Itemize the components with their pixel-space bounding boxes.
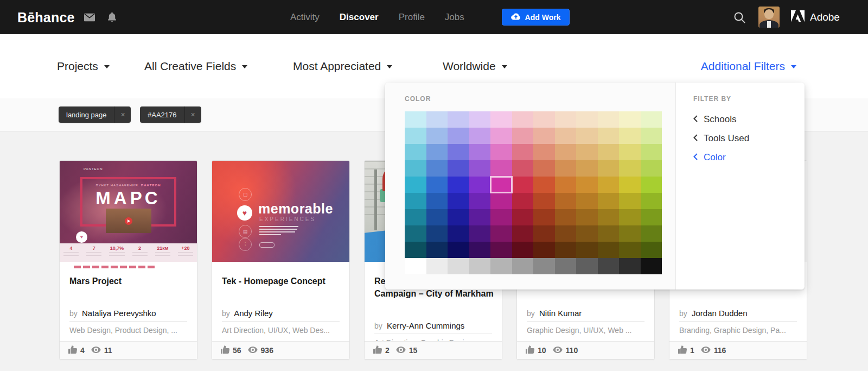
color-swatch[interactable] [490, 111, 512, 128]
color-swatch[interactable] [490, 225, 512, 242]
color-swatch[interactable] [469, 242, 491, 258]
color-swatch[interactable] [512, 193, 534, 209]
color-swatch[interactable] [448, 144, 469, 160]
color-swatch[interactable] [405, 242, 426, 258]
color-swatch[interactable] [641, 242, 662, 258]
grayscale-swatch[interactable] [619, 258, 641, 274]
color-swatch[interactable] [448, 128, 469, 144]
color-swatch[interactable] [576, 209, 598, 225]
dropdown-location[interactable]: Worldwide [443, 60, 507, 73]
grayscale-swatch[interactable] [512, 258, 534, 274]
color-swatch[interactable] [619, 225, 641, 242]
filter-by-schools[interactable]: Schools [693, 114, 736, 125]
color-swatch[interactable] [469, 225, 491, 242]
color-swatch[interactable] [555, 193, 577, 209]
color-swatch[interactable] [533, 225, 555, 242]
nav-discover[interactable]: Discover [340, 12, 379, 23]
color-swatch[interactable] [598, 242, 620, 258]
color-swatch[interactable] [598, 193, 620, 209]
color-swatch[interactable] [448, 177, 469, 193]
color-swatch[interactable] [533, 242, 555, 258]
color-swatch[interactable] [555, 144, 577, 160]
color-swatch[interactable] [533, 209, 555, 225]
color-swatch[interactable] [555, 111, 577, 128]
grayscale-swatch[interactable] [448, 258, 469, 274]
color-swatch[interactable] [533, 177, 555, 193]
color-swatch[interactable] [533, 128, 555, 144]
color-swatch[interactable] [405, 111, 426, 128]
filter-by-color[interactable]: Color [693, 152, 726, 163]
behance-logo[interactable]: Bēhance [17, 9, 75, 25]
color-swatch[interactable] [490, 209, 512, 225]
color-swatch[interactable] [405, 225, 426, 242]
color-swatch[interactable] [469, 193, 491, 209]
color-swatch[interactable] [512, 128, 534, 144]
color-swatch[interactable] [555, 209, 577, 225]
nav-jobs[interactable]: Jobs [445, 12, 464, 23]
color-swatch[interactable] [448, 111, 469, 128]
grayscale-swatch[interactable] [641, 258, 662, 274]
color-swatch[interactable] [641, 160, 662, 177]
color-swatch[interactable] [448, 209, 469, 225]
color-swatch[interactable] [619, 177, 641, 193]
dropdown-projects[interactable]: Projects [57, 60, 110, 73]
color-swatch[interactable] [490, 177, 512, 193]
color-swatch[interactable] [641, 225, 662, 242]
color-swatch[interactable] [641, 177, 662, 193]
user-avatar[interactable] [758, 7, 780, 28]
color-swatch[interactable] [512, 209, 534, 225]
color-swatch[interactable] [469, 160, 491, 177]
remove-chip-icon[interactable]: × [184, 106, 201, 123]
color-swatch[interactable] [555, 128, 577, 144]
color-swatch[interactable] [490, 144, 512, 160]
color-swatch[interactable] [576, 160, 598, 177]
color-swatch[interactable] [598, 144, 620, 160]
color-swatch[interactable] [469, 111, 491, 128]
color-swatch[interactable] [512, 160, 534, 177]
color-swatch[interactable] [619, 111, 641, 128]
color-swatch[interactable] [576, 144, 598, 160]
color-swatch[interactable] [533, 193, 555, 209]
color-swatch[interactable] [555, 160, 577, 177]
color-swatch[interactable] [576, 193, 598, 209]
color-swatch[interactable] [619, 209, 641, 225]
color-swatch[interactable] [598, 128, 620, 144]
grayscale-swatch[interactable] [555, 258, 577, 274]
project-cover-memorable[interactable]: ▢ ♥ ▤ ⫶ memorable EXPERIENCES [212, 161, 349, 262]
color-swatch[interactable] [469, 177, 491, 193]
color-swatch[interactable] [598, 209, 620, 225]
color-swatch[interactable] [598, 111, 620, 128]
color-swatch[interactable] [405, 128, 426, 144]
project-title[interactable]: Tek - Homepage Concept [222, 275, 343, 287]
author-name[interactable]: Kerry-Ann Cummings [387, 321, 464, 330]
color-swatch[interactable] [641, 111, 662, 128]
grayscale-swatch[interactable] [533, 258, 555, 274]
color-swatch[interactable] [576, 225, 598, 242]
color-swatch[interactable] [619, 144, 641, 160]
color-swatch[interactable] [533, 160, 555, 177]
color-swatch[interactable] [405, 177, 426, 193]
nav-profile[interactable]: Profile [399, 12, 425, 23]
grayscale-swatch[interactable] [490, 258, 512, 274]
additional-filters-toggle[interactable]: Additional Filters [701, 60, 796, 73]
color-swatch[interactable] [576, 128, 598, 144]
color-swatch[interactable] [448, 242, 469, 258]
nav-activity[interactable]: Activity [290, 12, 320, 23]
color-swatch[interactable] [405, 209, 426, 225]
color-swatch[interactable] [598, 225, 620, 242]
color-swatch[interactable] [426, 160, 448, 177]
color-swatch[interactable] [598, 160, 620, 177]
color-swatch[interactable] [426, 193, 448, 209]
color-swatch[interactable] [641, 128, 662, 144]
grayscale-swatch[interactable] [469, 258, 491, 274]
color-swatch[interactable] [426, 225, 448, 242]
color-swatch[interactable] [641, 144, 662, 160]
color-swatch[interactable] [512, 177, 534, 193]
project-cover-mars[interactable]: PANTEON ПУНКТ НАЗНАЧЕНИЯ: ПАНТЕОН МАРС ♥… [60, 161, 197, 262]
project-title[interactable]: Mars Project [69, 275, 190, 287]
color-swatch[interactable] [448, 225, 469, 242]
author-name[interactable]: Nitin Kumar [539, 309, 582, 318]
color-swatch[interactable] [469, 144, 491, 160]
color-swatch[interactable] [448, 193, 469, 209]
notifications-icon[interactable] [107, 12, 117, 22]
